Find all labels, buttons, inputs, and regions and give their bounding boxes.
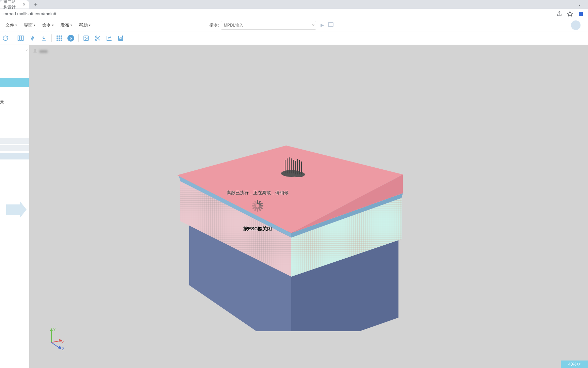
url-text[interactable]: mroad.mailisoft.com/main#: [3, 11, 556, 16]
menu-bar: 文件▾ 界面▾ 命令▾ 发布▾ 帮助▾ 指令: × ▶: [0, 19, 588, 31]
sidebar-item[interactable]: [0, 138, 29, 144]
svg-point-14: [61, 37, 62, 39]
svg-point-10: [59, 35, 60, 37]
axis-gizmo: Y X Z: [46, 327, 63, 348]
svg-rect-1: [579, 12, 583, 16]
spinner-icon: [251, 199, 264, 212]
toolbar: 5: [0, 31, 588, 45]
svg-point-13: [59, 37, 60, 39]
collapse-icon[interactable]: ‹: [26, 48, 28, 52]
svg-marker-24: [6, 201, 27, 218]
browser-tab-bar: 路面结构设计 × + ⌄: [0, 0, 588, 9]
svg-point-9: [56, 35, 58, 37]
svg-line-8: [33, 36, 34, 40]
clear-icon[interactable]: ×: [311, 22, 316, 28]
menu-command[interactable]: 命令▾: [42, 22, 54, 28]
command-input[interactable]: [221, 21, 316, 30]
step-badge[interactable]: 5: [67, 34, 75, 42]
svg-point-16: [59, 40, 60, 41]
address-bar: mroad.mailisoft.com/main#: [0, 9, 588, 19]
new-tab-button[interactable]: +: [31, 0, 40, 9]
open-panel-icon[interactable]: [327, 22, 335, 28]
close-icon[interactable]: ×: [23, 2, 26, 7]
tabs-expand-icon[interactable]: ⌄: [578, 2, 581, 7]
svg-point-15: [56, 40, 58, 41]
svg-text:Y: Y: [53, 328, 56, 332]
menu-interface[interactable]: 界面▾: [24, 22, 35, 28]
breadcrumb-text: ■■■: [39, 49, 48, 54]
svg-line-7: [31, 36, 32, 40]
menu-file[interactable]: 文件▾: [5, 22, 17, 28]
svg-point-25: [34, 49, 36, 51]
tab-title: 路面结构设计: [3, 0, 19, 10]
svg-marker-53: [50, 328, 53, 331]
svg-line-55: [51, 341, 61, 342]
svg-rect-5: [22, 36, 23, 40]
loading-status: 离散已执行，正在离散，请稍候: [227, 190, 289, 196]
user-icon: [33, 48, 37, 54]
extension-icon[interactable]: [578, 11, 584, 17]
svg-text:X: X: [61, 341, 64, 345]
share-icon[interactable]: [556, 11, 562, 17]
avatar[interactable]: [571, 20, 581, 30]
svg-rect-3: [18, 36, 19, 40]
menu-help[interactable]: 帮助▾: [79, 22, 91, 28]
menu-publish[interactable]: 发布▾: [61, 22, 72, 28]
svg-point-20: [95, 36, 97, 37]
sidebar-item-active[interactable]: [0, 78, 29, 87]
star-icon[interactable]: [567, 11, 573, 17]
command-area: 指令: × ▶: [209, 21, 340, 30]
progress-value: 40%: [568, 362, 576, 367]
svg-marker-0: [568, 11, 573, 16]
command-label: 指令:: [209, 22, 219, 28]
svg-point-21: [95, 39, 97, 41]
svg-rect-2: [328, 22, 333, 27]
download-icon[interactable]: [40, 34, 48, 42]
sidebar-arrow-icon: [0, 201, 29, 221]
browser-tab[interactable]: 路面结构设计 ×: [0, 0, 29, 9]
chart-area-icon[interactable]: [117, 34, 125, 42]
viewport[interactable]: ■■■: [29, 45, 588, 368]
sidebar-item[interactable]: [0, 145, 29, 151]
chart-line-icon[interactable]: [105, 34, 113, 42]
refresh-icon[interactable]: [1, 34, 10, 42]
split-icon[interactable]: [28, 34, 36, 42]
scissors-icon[interactable]: [94, 34, 102, 42]
svg-point-42: [293, 172, 305, 177]
progress-spinner-icon: ⟳: [577, 362, 581, 367]
svg-point-19: [85, 37, 86, 38]
grid-icon[interactable]: [55, 34, 63, 42]
svg-text:Z: Z: [62, 347, 64, 351]
workspace: ‹ 意 ■■■: [0, 45, 588, 368]
image-icon[interactable]: [82, 34, 90, 42]
breadcrumb: ■■■: [33, 48, 48, 54]
svg-rect-4: [20, 36, 21, 40]
run-icon[interactable]: ▶: [319, 22, 325, 28]
progress-bar: 40% ⟳: [561, 361, 588, 368]
svg-point-12: [56, 37, 58, 39]
svg-point-11: [61, 35, 62, 37]
columns-icon[interactable]: [17, 34, 25, 42]
sidebar-item[interactable]: [0, 153, 29, 159]
sidebar-item[interactable]: 意: [0, 97, 29, 107]
svg-point-17: [61, 40, 62, 41]
sidebar: ‹ 意: [0, 45, 29, 368]
